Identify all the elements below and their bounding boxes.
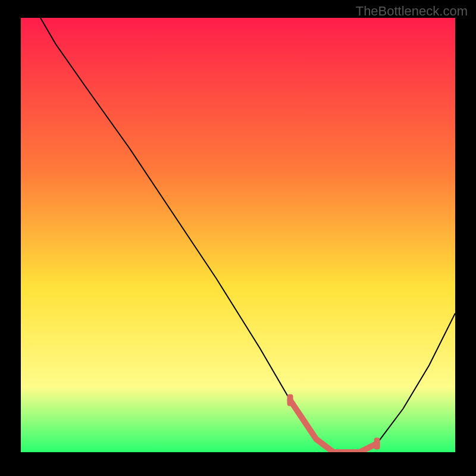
highlight-cap [287,394,293,406]
plot-area [21,18,455,452]
gradient-background [21,18,455,452]
highlight-cap [374,437,380,449]
chart-svg [21,18,455,452]
chart-container: TheBottleneck.com [0,0,476,476]
watermark-text: TheBottleneck.com [356,4,468,19]
